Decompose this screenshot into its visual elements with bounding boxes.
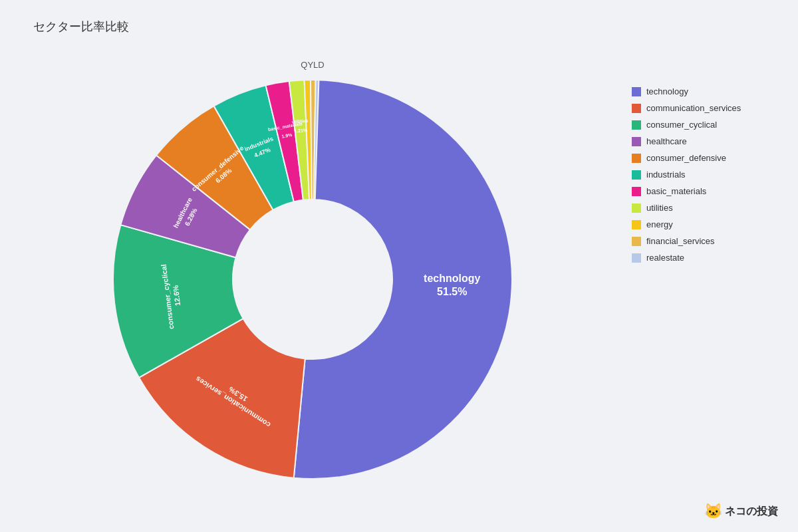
page-title: セクター比率比較	[33, 19, 129, 35]
legend-color-technology	[632, 87, 641, 96]
legend-item-energy: energy	[632, 219, 778, 229]
legend-color-consumer_defensive	[632, 154, 641, 163]
svg-text:technology: technology	[424, 273, 480, 284]
chart-container: QYLDtechnology51.5%communication_service…	[20, 40, 605, 519]
legend: technologycommunication_servicesconsumer…	[632, 86, 778, 269]
brand-watermark: 🐱 ネコの投資	[704, 503, 778, 520]
svg-text:51.5%: 51.5%	[437, 286, 467, 297]
legend-item-technology: technology	[632, 86, 778, 96]
legend-label-industrials: industrials	[646, 170, 686, 180]
legend-item-communication_services: communication_services	[632, 103, 778, 113]
legend-label-utilities: utilities	[646, 203, 673, 213]
legend-color-realestate	[632, 253, 641, 263]
legend-color-healthcare	[632, 137, 641, 146]
legend-color-energy	[632, 220, 641, 229]
legend-item-basic_materials: basic_materials	[632, 186, 778, 196]
legend-item-consumer_defensive: consumer_defensive	[632, 153, 778, 163]
legend-label-technology: technology	[646, 86, 688, 96]
legend-color-industrials	[632, 170, 641, 180]
legend-label-energy: energy	[646, 219, 673, 229]
legend-color-communication_services	[632, 104, 641, 113]
legend-color-utilities	[632, 203, 641, 213]
legend-color-financial_services	[632, 237, 641, 246]
legend-item-utilities: utilities	[632, 203, 778, 213]
legend-color-basic_materials	[632, 187, 641, 196]
legend-item-healthcare: healthcare	[632, 136, 778, 146]
svg-text:QYLD: QYLD	[301, 60, 324, 70]
legend-label-financial_services: financial_services	[646, 236, 715, 246]
legend-item-financial_services: financial_services	[632, 236, 778, 246]
legend-label-healthcare: healthcare	[646, 136, 687, 146]
brand-icon: 🐱	[704, 503, 722, 520]
legend-label-realestate: realestate	[646, 253, 684, 263]
legend-label-basic_materials: basic_materials	[646, 186, 706, 196]
legend-item-realestate: realestate	[632, 253, 778, 263]
legend-item-industrials: industrials	[632, 170, 778, 180]
legend-color-consumer_cyclical	[632, 120, 641, 130]
legend-item-consumer_cyclical: consumer_cyclical	[632, 120, 778, 130]
legend-label-communication_services: communication_services	[646, 103, 741, 113]
legend-label-consumer_cyclical: consumer_cyclical	[646, 120, 717, 130]
brand-text: ネコの投資	[725, 505, 778, 519]
legend-label-consumer_defensive: consumer_defensive	[646, 153, 726, 163]
